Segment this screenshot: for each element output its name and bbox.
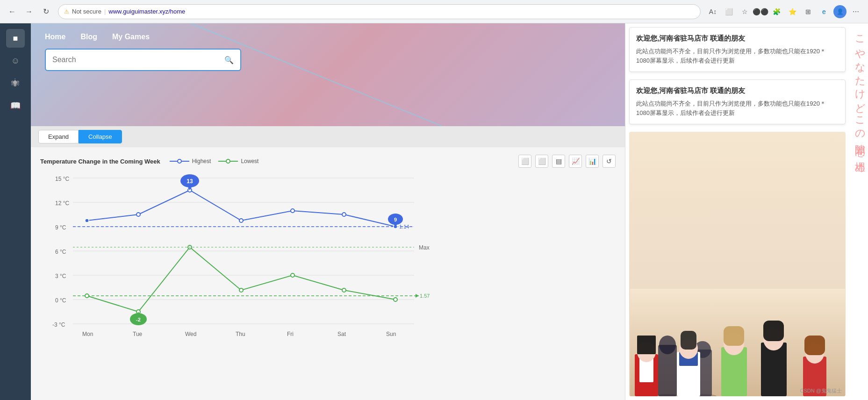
svg-text:Sun: Sun	[386, 331, 396, 337]
flickr-button[interactable]: ⚫⚫	[754, 5, 767, 18]
address-bar[interactable]: ⚠ Not secure | www.guiguimaster.xyz/home	[58, 4, 701, 19]
svg-text:Fri: Fri	[287, 331, 294, 337]
svg-text:-2: -2	[136, 317, 141, 322]
forward-button[interactable]: →	[22, 5, 36, 18]
svg-text:3 °C: 3 °C	[55, 273, 66, 279]
svg-text:13: 13	[187, 178, 193, 185]
svg-point-42	[291, 273, 294, 277]
sidebar-icon-user[interactable]: ☺	[6, 51, 25, 70]
nav-home[interactable]: Home	[45, 33, 65, 41]
chart-svg: 15 °C 12 °C 9 °C 6 °C 3 °C 0 °C -3 °C	[40, 172, 452, 350]
svg-point-23	[85, 219, 89, 222]
sidebar-icon-book[interactable]: 📖	[6, 96, 25, 115]
avatar[interactable]: 👤	[833, 5, 846, 18]
popup-card-2: 欢迎您,河南省驻马店市 联通的朋友 此站点功能尚不齐全，目前只作为浏览使用，多数…	[629, 79, 846, 124]
collapse-button[interactable]: Collapse	[79, 130, 122, 143]
security-icon: ⚠	[64, 8, 69, 15]
legend-lowest-dot	[226, 159, 230, 164]
svg-text:9 °C: 9 °C	[55, 224, 66, 231]
svg-text:0 °C: 0 °C	[55, 297, 66, 304]
nav-my-games[interactable]: My Games	[112, 33, 150, 41]
chart-tool-1[interactable]: ⬜	[518, 155, 531, 168]
jp-text-strip: こやなたけどこの隙間を埋め	[849, 23, 868, 400]
chart-tool-bar[interactable]: 📊	[586, 155, 599, 168]
apps-button[interactable]: ⊞	[802, 5, 815, 18]
svg-text:12 °C: 12 °C	[55, 200, 69, 207]
legend-lowest-label: Lowest	[241, 158, 258, 164]
popup-text-2: 此站点功能尚不齐全，目前只作为浏览使用，多数功能也只能在1920＊1080屏幕显…	[636, 99, 839, 117]
legend-highest-label: Highest	[192, 158, 211, 164]
svg-text:1.57: 1.57	[420, 293, 430, 299]
popup-card-1: 欢迎您,河南省驻马店市 联通的朋友 此站点功能尚不齐全，目前只作为浏览使用，多数…	[629, 27, 846, 72]
svg-text:Wed: Wed	[185, 331, 196, 337]
browser-bar: ← → ↻ ⚠ Not secure | www.guiguimaster.xy…	[0, 0, 868, 23]
chart-tool-3[interactable]: ▤	[552, 155, 565, 168]
favorites-button[interactable]: ☆	[738, 5, 751, 18]
refresh-button[interactable]: ↻	[39, 5, 52, 18]
reader-view-button[interactable]: A↕	[706, 5, 719, 18]
svg-point-24	[136, 213, 140, 216]
site-header: Home Blog My Games 🔍	[31, 23, 625, 126]
svg-text:9: 9	[394, 217, 397, 222]
legend-lowest-connector	[218, 159, 238, 164]
svg-point-44	[394, 298, 397, 301]
extensions-button[interactable]: 🧩	[770, 5, 783, 18]
right-panel: 欢迎您,河南省驻马店市 联通的朋友 此站点功能尚不齐全，目前只作为浏览使用，多数…	[625, 23, 849, 400]
legend-highest-line-right	[182, 161, 189, 162]
more-options-button[interactable]: ⋯	[849, 5, 862, 18]
security-text: Not secure	[72, 8, 101, 15]
svg-rect-71	[761, 343, 787, 396]
svg-text:Sat: Sat	[337, 331, 346, 337]
chart-tool-refresh[interactable]: ↺	[603, 155, 616, 168]
svg-point-27	[291, 209, 294, 213]
expand-button[interactable]: Expand	[38, 130, 79, 143]
svg-text:1.14: 1.14	[399, 224, 409, 229]
edge-button[interactable]: e	[818, 5, 831, 18]
chart-toolbar: ⬜ ⬜ ▤ 📈 📊 ↺	[518, 155, 616, 168]
svg-text:15 °C: 15 °C	[55, 176, 69, 182]
popup-title-2: 欢迎您,河南省驻马店市 联通的朋友	[636, 86, 839, 95]
legend-lowest-line-right	[230, 161, 238, 162]
legend-highest-dot	[177, 159, 182, 164]
separator: |	[104, 8, 106, 15]
chart-svg-area: 15 °C 12 °C 9 °C 6 °C 3 °C 0 °C -3 °C	[31, 172, 625, 352]
svg-point-41	[239, 288, 243, 292]
url-text: www.guiguimaster.xyz/home	[108, 8, 185, 15]
collections-button[interactable]: ⭐	[786, 5, 799, 18]
split-view-button[interactable]: ⬜	[722, 5, 735, 18]
svg-text:6 °C: 6 °C	[55, 249, 66, 255]
legend-lowest-line-left	[218, 161, 226, 162]
svg-point-28	[342, 213, 346, 216]
popup-text-1: 此站点功能尚不齐全，目前只作为浏览使用，多数功能也只能在1920＊1080屏幕显…	[636, 47, 839, 65]
browser-nav-buttons: ← → ↻	[6, 5, 52, 18]
search-icon: 🔍	[224, 56, 234, 64]
sidebar-icon-home[interactable]: ■	[6, 29, 25, 48]
svg-point-38	[85, 294, 89, 298]
svg-text:-3 °C: -3 °C	[52, 321, 65, 328]
svg-point-43	[342, 288, 346, 292]
main-layout: ■ ☺ 🕷 📖 Home Blog My Games 🔍 Expand Co	[0, 23, 868, 400]
chart-container: Temperature Change in the Coming Week Hi…	[31, 147, 625, 400]
chart-tool-2[interactable]: ⬜	[535, 155, 548, 168]
svg-text:Max: Max	[419, 244, 430, 251]
chart-tool-line[interactable]: 📈	[569, 155, 582, 168]
content-area: Home Blog My Games 🔍 Expand Collapse Tem…	[31, 23, 625, 400]
chart-title-bar: Temperature Change in the Coming Week Hi…	[31, 155, 625, 172]
anime-image-area: CSDN @鬼鬼猛士	[629, 132, 846, 396]
nav-blog[interactable]: Blog	[80, 33, 97, 41]
popup-title-1: 欢迎您,河南省驻马店市 联通的朋友	[636, 34, 839, 43]
legend-highest-connector	[170, 159, 189, 164]
svg-rect-70	[724, 326, 744, 346]
anime-svg	[630, 289, 845, 396]
legend-highest: Highest	[170, 158, 211, 164]
search-bar[interactable]: 🔍	[45, 49, 241, 71]
expand-collapse-bar: Expand Collapse	[31, 126, 625, 147]
back-button[interactable]: ←	[6, 5, 19, 18]
sidebar-icon-bug[interactable]: 🕷	[6, 74, 25, 93]
sidebar: ■ ☺ 🕷 📖	[0, 23, 31, 400]
chart-title: Temperature Change in the Coming Week	[40, 158, 160, 165]
search-input[interactable]	[52, 56, 220, 64]
svg-point-56	[659, 336, 676, 354]
legend-lowest: Lowest	[218, 158, 258, 164]
svg-rect-63	[637, 336, 656, 354]
